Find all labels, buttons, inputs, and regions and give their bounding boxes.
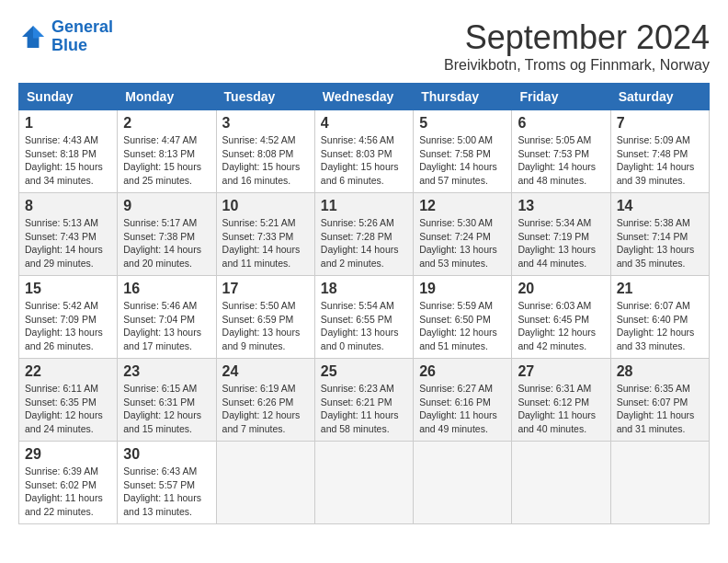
day-number: 29: [25, 446, 111, 463]
day-number: 5: [419, 115, 506, 132]
header-thursday: Thursday: [414, 84, 512, 110]
table-cell: 29 Sunrise: 6:39 AMSunset: 6:02 PMDaylig…: [19, 442, 118, 524]
day-info: Sunrise: 5:34 AMSunset: 7:19 PMDaylight:…: [518, 217, 596, 269]
day-number: 2: [123, 115, 210, 132]
day-number: 21: [617, 281, 703, 297]
day-number: 26: [419, 363, 506, 380]
day-number: 22: [25, 363, 111, 380]
day-info: Sunrise: 5:38 AMSunset: 7:14 PMDaylight:…: [617, 217, 695, 269]
day-info: Sunrise: 4:52 AMSunset: 8:08 PMDaylight:…: [222, 134, 301, 186]
day-info: Sunrise: 4:47 AMSunset: 8:13 PMDaylight:…: [123, 134, 201, 186]
table-cell: 21 Sunrise: 6:07 AMSunset: 6:40 PMDaylig…: [610, 276, 709, 359]
day-number: 17: [222, 281, 309, 297]
day-info: Sunrise: 6:23 AMSunset: 6:21 PMDaylight:…: [321, 383, 399, 434]
day-info: Sunrise: 5:50 AMSunset: 6:59 PMDaylight:…: [222, 300, 301, 351]
page-header: General Blue September 2024 Breivikbotn,…: [18, 18, 710, 74]
table-cell: 13 Sunrise: 5:34 AMSunset: 7:19 PMDaylig…: [512, 193, 610, 276]
location-subtitle: Breivikbotn, Troms og Finnmark, Norway: [444, 57, 710, 74]
day-info: Sunrise: 5:09 AMSunset: 7:48 PMDaylight:…: [617, 134, 695, 186]
table-cell: [512, 442, 610, 524]
day-info: Sunrise: 4:56 AMSunset: 8:03 PMDaylight:…: [321, 134, 399, 186]
header-sunday: Sunday: [19, 84, 118, 110]
day-number: 25: [321, 363, 407, 380]
day-number: 1: [25, 115, 111, 132]
header-monday: Monday: [118, 84, 216, 110]
table-cell: 24 Sunrise: 6:19 AMSunset: 6:26 PMDaylig…: [216, 359, 314, 442]
day-number: 27: [518, 363, 604, 380]
day-info: Sunrise: 6:07 AMSunset: 6:40 PMDaylight:…: [617, 300, 695, 351]
day-number: 30: [123, 446, 210, 463]
calendar-header-row: Sunday Monday Tuesday Wednesday Thursday…: [19, 84, 710, 110]
table-cell: 23 Sunrise: 6:15 AMSunset: 6:31 PMDaylig…: [118, 359, 216, 442]
day-info: Sunrise: 6:35 AMSunset: 6:07 PMDaylight:…: [617, 383, 695, 434]
table-cell: 12 Sunrise: 5:30 AMSunset: 7:24 PMDaylig…: [414, 193, 512, 276]
day-info: Sunrise: 5:30 AMSunset: 7:24 PMDaylight:…: [419, 217, 497, 269]
table-cell: 30 Sunrise: 6:43 AMSunset: 5:57 PMDaylig…: [118, 442, 216, 524]
day-number: 24: [222, 363, 309, 380]
day-info: Sunrise: 5:21 AMSunset: 7:33 PMDaylight:…: [222, 217, 301, 269]
day-number: 10: [222, 198, 309, 214]
day-info: Sunrise: 6:27 AMSunset: 6:16 PMDaylight:…: [419, 383, 497, 434]
day-info: Sunrise: 5:42 AMSunset: 7:09 PMDaylight:…: [25, 300, 103, 351]
header-friday: Friday: [512, 84, 610, 110]
day-number: 7: [617, 115, 703, 132]
header-wednesday: Wednesday: [314, 84, 413, 110]
title-section: September 2024 Breivikbotn, Troms og Fin…: [444, 18, 710, 74]
day-info: Sunrise: 5:54 AMSunset: 6:55 PMDaylight:…: [321, 300, 399, 351]
day-number: 16: [123, 281, 210, 297]
table-cell: 18 Sunrise: 5:54 AMSunset: 6:55 PMDaylig…: [314, 276, 413, 359]
table-cell: 1 Sunrise: 4:43 AMSunset: 8:18 PMDayligh…: [19, 110, 118, 193]
day-info: Sunrise: 5:05 AMSunset: 7:53 PMDaylight:…: [518, 134, 596, 186]
day-info: Sunrise: 6:19 AMSunset: 6:26 PMDaylight:…: [222, 383, 301, 434]
table-cell: 2 Sunrise: 4:47 AMSunset: 8:13 PMDayligh…: [118, 110, 216, 193]
day-number: 9: [123, 198, 210, 214]
table-cell: 16 Sunrise: 5:46 AMSunset: 7:04 PMDaylig…: [118, 276, 216, 359]
calendar-week-3: 15 Sunrise: 5:42 AMSunset: 7:09 PMDaylig…: [19, 276, 710, 359]
table-cell: 25 Sunrise: 6:23 AMSunset: 6:21 PMDaylig…: [314, 359, 413, 442]
table-cell: 26 Sunrise: 6:27 AMSunset: 6:16 PMDaylig…: [414, 359, 512, 442]
logo-icon: [18, 22, 48, 52]
table-cell: [414, 442, 512, 524]
day-number: 12: [419, 198, 506, 214]
table-cell: 20 Sunrise: 6:03 AMSunset: 6:45 PMDaylig…: [512, 276, 610, 359]
table-cell: 11 Sunrise: 5:26 AMSunset: 7:28 PMDaylig…: [314, 193, 413, 276]
month-year-title: September 2024: [444, 18, 710, 57]
table-cell: 28 Sunrise: 6:35 AMSunset: 6:07 PMDaylig…: [610, 359, 709, 442]
table-cell: 7 Sunrise: 5:09 AMSunset: 7:48 PMDayligh…: [610, 110, 709, 193]
day-number: 20: [518, 281, 604, 297]
day-number: 13: [518, 198, 604, 214]
table-cell: 19 Sunrise: 5:59 AMSunset: 6:50 PMDaylig…: [414, 276, 512, 359]
day-info: Sunrise: 5:13 AMSunset: 7:43 PMDaylight:…: [25, 217, 103, 269]
day-number: 14: [617, 198, 703, 214]
day-info: Sunrise: 5:26 AMSunset: 7:28 PMDaylight:…: [321, 217, 399, 269]
header-tuesday: Tuesday: [216, 84, 314, 110]
day-info: Sunrise: 5:59 AMSunset: 6:50 PMDaylight:…: [419, 300, 497, 351]
day-info: Sunrise: 5:46 AMSunset: 7:04 PMDaylight:…: [123, 300, 201, 351]
day-info: Sunrise: 6:03 AMSunset: 6:45 PMDaylight:…: [518, 300, 596, 351]
calendar-week-5: 29 Sunrise: 6:39 AMSunset: 6:02 PMDaylig…: [19, 442, 710, 524]
table-cell: 3 Sunrise: 4:52 AMSunset: 8:08 PMDayligh…: [216, 110, 314, 193]
day-number: 18: [321, 281, 407, 297]
day-number: 4: [321, 115, 407, 132]
logo-text: General Blue: [51, 18, 113, 55]
calendar-week-1: 1 Sunrise: 4:43 AMSunset: 8:18 PMDayligh…: [19, 110, 710, 193]
table-cell: 8 Sunrise: 5:13 AMSunset: 7:43 PMDayligh…: [19, 193, 118, 276]
calendar-week-2: 8 Sunrise: 5:13 AMSunset: 7:43 PMDayligh…: [19, 193, 710, 276]
day-number: 15: [25, 281, 111, 297]
table-cell: 6 Sunrise: 5:05 AMSunset: 7:53 PMDayligh…: [512, 110, 610, 193]
day-info: Sunrise: 5:17 AMSunset: 7:38 PMDaylight:…: [123, 217, 201, 269]
day-info: Sunrise: 6:43 AMSunset: 5:57 PMDaylight:…: [123, 465, 201, 517]
day-number: 8: [25, 198, 111, 214]
table-cell: 9 Sunrise: 5:17 AMSunset: 7:38 PMDayligh…: [118, 193, 216, 276]
day-number: 28: [617, 363, 703, 380]
table-cell: [314, 442, 413, 524]
calendar-week-4: 22 Sunrise: 6:11 AMSunset: 6:35 PMDaylig…: [19, 359, 710, 442]
table-cell: [610, 442, 709, 524]
table-cell: [216, 442, 314, 524]
day-number: 23: [123, 363, 210, 380]
calendar-table: Sunday Monday Tuesday Wednesday Thursday…: [18, 83, 710, 524]
header-saturday: Saturday: [610, 84, 709, 110]
day-number: 6: [518, 115, 604, 132]
table-cell: 27 Sunrise: 6:31 AMSunset: 6:12 PMDaylig…: [512, 359, 610, 442]
day-info: Sunrise: 6:15 AMSunset: 6:31 PMDaylight:…: [123, 383, 201, 434]
